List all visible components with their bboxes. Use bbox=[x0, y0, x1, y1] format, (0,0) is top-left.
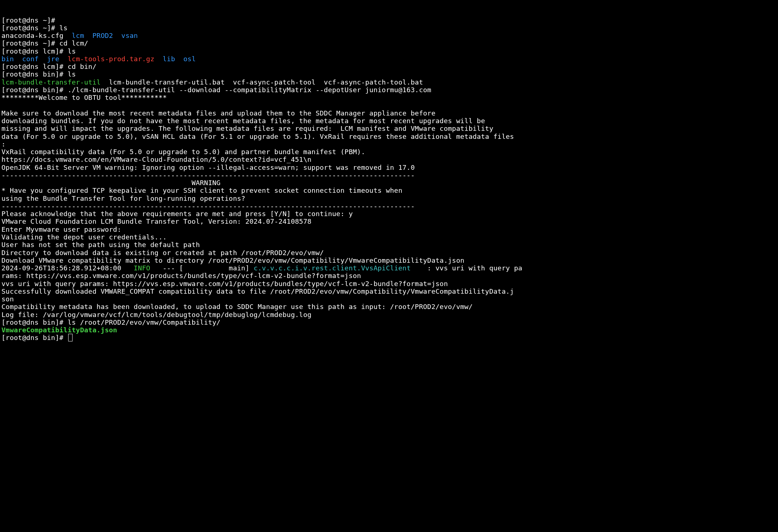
sep bbox=[175, 55, 183, 63]
prompt-cmd: [root@dns ~]# cd lcm/ bbox=[1, 39, 88, 47]
ls-exec: VmwareCompatibilityData.json bbox=[1, 326, 117, 334]
ls-dir: bin bbox=[1, 55, 14, 63]
log-class: c.v.v.c.c.i.v.rest.client.VvsApiClient bbox=[254, 264, 411, 272]
output-line: Successfully downloaded VMWARE_COMPAT co… bbox=[1, 287, 514, 295]
prompt-cmd: [root@dns ~]# ls bbox=[1, 24, 67, 32]
output-line: Download VMware compatibility matrix to … bbox=[1, 257, 464, 264]
output-line: VxRail compatibility data (For 5.0 or up… bbox=[1, 148, 365, 156]
output-line: *********Welcome to OBTU tool*********** bbox=[1, 94, 167, 101]
log-thread: --- [ main] bbox=[150, 264, 253, 272]
output-line: vvs uri with query params: https://vvs.e… bbox=[1, 280, 448, 287]
output-line: ----------------------------------------… bbox=[1, 202, 415, 210]
output-line: Directory to download data is existing o… bbox=[1, 249, 324, 257]
output-line: : bbox=[1, 140, 5, 148]
ls-file: anaconda-ks.cfg bbox=[1, 32, 72, 39]
output-line: data (For 5.0 or upgrade to 5.0), vSAN H… bbox=[1, 133, 514, 140]
output-line: rams: https://vvs.esp.vmware.com/v1/prod… bbox=[1, 272, 361, 279]
output-line: * Have you configured TCP keepalive in y… bbox=[1, 187, 402, 194]
ls-dir: lib bbox=[163, 55, 175, 63]
output-line: Please acknowledge that the above requir… bbox=[1, 210, 353, 218]
output-line: downloading bundles. If you do not have … bbox=[1, 117, 485, 125]
ls-archive: lcm-tools-prod.tar.gz bbox=[67, 55, 154, 63]
output-line: Validating the depot user credentials... bbox=[1, 233, 167, 241]
prompt-cmd: [root@dns lcm]# ls bbox=[1, 47, 76, 55]
cursor-icon bbox=[68, 334, 73, 341]
prompt: [root@dns ~]# bbox=[1, 16, 59, 24]
ls-dir: PROD2 bbox=[92, 32, 113, 39]
sep bbox=[39, 55, 47, 63]
ls-dir: jre bbox=[47, 55, 59, 63]
log-timestamp: 2024-09-26T18:56:28.912+08:00 bbox=[1, 264, 134, 272]
prompt-cmd: [root@dns bin]# ./lcm-bundle-transfer-ut… bbox=[1, 86, 431, 94]
output-line: https://docs.vmware.com/en/VMware-Cloud-… bbox=[1, 156, 311, 163]
output-line: Make sure to download the most recent me… bbox=[1, 109, 435, 117]
sep bbox=[113, 32, 121, 39]
prompt: [root@dns bin]# bbox=[1, 334, 67, 341]
prompt-cmd: [root@dns lcm]# cd bin/ bbox=[1, 63, 97, 70]
output-line: Enter Myvmware user password: bbox=[1, 226, 121, 233]
output-line: ----------------------------------------… bbox=[1, 171, 415, 179]
output-line: using the Bundle Transfer Tool for long-… bbox=[1, 195, 245, 202]
log-msg: : vvs uri with query pa bbox=[411, 264, 522, 272]
prompt-cmd: [root@dns bin]# ls bbox=[1, 70, 76, 78]
sep bbox=[14, 55, 22, 63]
log-level-info: INFO bbox=[134, 264, 150, 272]
output-line: Compatibility metadata has been download… bbox=[1, 303, 473, 310]
ls-dir: lcm bbox=[72, 32, 84, 39]
terminal-output[interactable]: [root@dns ~]# [root@dns ~]# ls anaconda-… bbox=[1, 16, 777, 342]
ls-dir: osl bbox=[183, 55, 196, 63]
output-line: son bbox=[1, 295, 14, 303]
output-line: User has not set the path using the defa… bbox=[1, 241, 200, 249]
output-line: Log file: /var/log/vmware/vcf/lcm/tools/… bbox=[1, 311, 311, 318]
prompt-cmd: [root@dns bin]# ls /root/PROD2/evo/vmw/C… bbox=[1, 318, 221, 326]
warning-header: WARNING bbox=[1, 179, 221, 187]
ls-exec: lcm-bundle-transfer-util bbox=[1, 78, 101, 86]
ls-file: lcm-bundle-transfer-util.bat vcf-async-p… bbox=[101, 78, 423, 86]
output-line: OpenJDK 64-Bit Server VM warning: Ignori… bbox=[1, 164, 415, 171]
ls-dir: vsan bbox=[121, 32, 138, 39]
output-line: VMware Cloud Foundation LCM Bundle Trans… bbox=[1, 218, 311, 225]
output-line: missing and will impact the upgrades. Th… bbox=[1, 125, 493, 132]
sep bbox=[59, 55, 68, 63]
ls-dir: conf bbox=[22, 55, 39, 63]
sep bbox=[84, 32, 93, 39]
sep bbox=[155, 55, 163, 63]
